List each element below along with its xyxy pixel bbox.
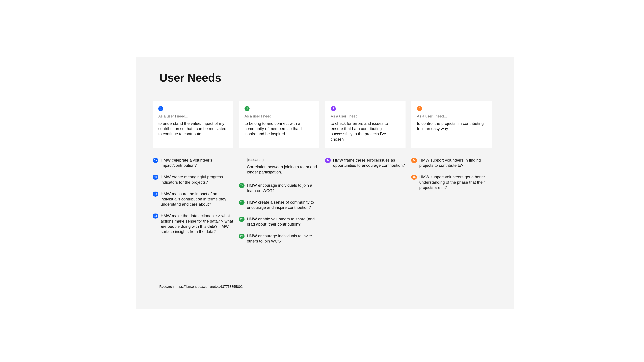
badge-3: 3 bbox=[331, 106, 336, 111]
tag-4a: 4a bbox=[411, 158, 417, 163]
need-card-3: 3 As a user I need... to check for error… bbox=[325, 101, 406, 148]
research-note: Correlation between joining a team and l… bbox=[239, 164, 319, 175]
hmw-item: 1a HMW celebrate a volunteer's impact/co… bbox=[152, 158, 233, 168]
research-label: (research) bbox=[239, 158, 319, 162]
badge-4: 4 bbox=[417, 106, 422, 111]
tag-2c: 2c bbox=[239, 217, 244, 222]
need-card-1: 1 As a user I need... to understand the … bbox=[152, 101, 233, 148]
card-prompt: As a user I need... bbox=[417, 114, 486, 118]
hmw-item: 1d HMW make the data actionable > what a… bbox=[152, 213, 233, 234]
hmw-columns: 1a HMW celebrate a volunteer's impact/co… bbox=[152, 158, 492, 250]
tag-1a: 1a bbox=[152, 158, 158, 163]
hmw-text: HMW create a sense of community to encou… bbox=[247, 200, 319, 210]
tag-1c: 1c bbox=[152, 192, 158, 197]
hmw-item: 4a HMW support volunteers in finding pro… bbox=[411, 158, 492, 168]
hmw-text: HMW measure the impact of an individual'… bbox=[161, 191, 233, 207]
badge-1: 1 bbox=[158, 106, 163, 111]
need-cards-row: 1 As a user I need... to understand the … bbox=[152, 101, 492, 148]
hmw-item: 2b HMW create a sense of community to en… bbox=[239, 200, 319, 210]
tag-2b: 2b bbox=[239, 200, 244, 205]
tag-3a: 3a bbox=[325, 158, 331, 163]
hmw-col-3: 3a HMW frame these errors/issues as oppo… bbox=[325, 158, 406, 250]
badge-2: 2 bbox=[244, 106, 250, 111]
hmw-text: HMW encourage individuals to join a team… bbox=[247, 183, 319, 193]
need-text-4: to control the projects I'm contributing… bbox=[417, 121, 486, 131]
tag-2d: 2d bbox=[239, 234, 244, 239]
need-card-4: 4 As a user I need... to control the pro… bbox=[411, 101, 492, 148]
hmw-item: 1c HMW measure the impact of an individu… bbox=[152, 191, 233, 207]
hmw-item: 2c HMW enable volunteers to share (and b… bbox=[239, 216, 319, 227]
hmw-text: HMW frame these errors/issues as opportu… bbox=[333, 158, 406, 168]
hmw-text: HMW create meangingful progress indicato… bbox=[161, 174, 233, 185]
hmw-text: HMW encourage individuals to invite othe… bbox=[247, 233, 319, 244]
need-text-2: to belong to and connect with a communit… bbox=[244, 121, 314, 137]
slide-canvas: User Needs 1 As a user I need... to unde… bbox=[136, 57, 514, 309]
card-prompt: As a user I need... bbox=[331, 114, 400, 118]
need-text-3: to check for errors and issues to ensure… bbox=[331, 121, 400, 142]
tag-2a: 2a bbox=[239, 183, 244, 188]
hmw-item: 2d HMW encourage individuals to invite o… bbox=[239, 233, 319, 244]
hmw-item: 2a HMW encourage individuals to join a t… bbox=[239, 183, 319, 193]
hmw-col-4: 4a HMW support volunteers in finding pro… bbox=[411, 158, 492, 250]
hmw-col-1: 1a HMW celebrate a volunteer's impact/co… bbox=[152, 158, 233, 250]
hmw-text: HMW enable volunteers to share (and brag… bbox=[247, 216, 319, 227]
card-prompt: As a user I need... bbox=[158, 114, 228, 118]
hmw-col-2: (research) Correlation between joining a… bbox=[239, 158, 319, 250]
hmw-text: HMW celebrate a volunteer's impact/contr… bbox=[161, 158, 233, 168]
hmw-item: 1b HMW create meangingful progress indic… bbox=[152, 174, 233, 185]
need-card-2: 2 As a user I need... to belong to and c… bbox=[239, 101, 319, 148]
hmw-text: HMW support volunteers in finding projec… bbox=[419, 158, 492, 168]
tag-1d: 1d bbox=[152, 214, 158, 219]
hmw-text: HMW make the data actionable > what acti… bbox=[161, 213, 233, 234]
hmw-item: 3a HMW frame these errors/issues as oppo… bbox=[325, 158, 406, 168]
card-prompt: As a user I need... bbox=[244, 114, 314, 118]
hmw-item: 4b HMW support volunteers get a better u… bbox=[411, 174, 492, 190]
page-title: User Needs bbox=[159, 71, 221, 84]
footer-research-link: Research: https://ibm.ent.box.com/notes/… bbox=[159, 285, 243, 289]
need-text-1: to understand the value/impact of my con… bbox=[158, 121, 228, 137]
hmw-text: HMW support volunteers get a better unde… bbox=[419, 174, 492, 190]
tag-4b: 4b bbox=[411, 175, 417, 180]
tag-1b: 1b bbox=[152, 175, 158, 180]
